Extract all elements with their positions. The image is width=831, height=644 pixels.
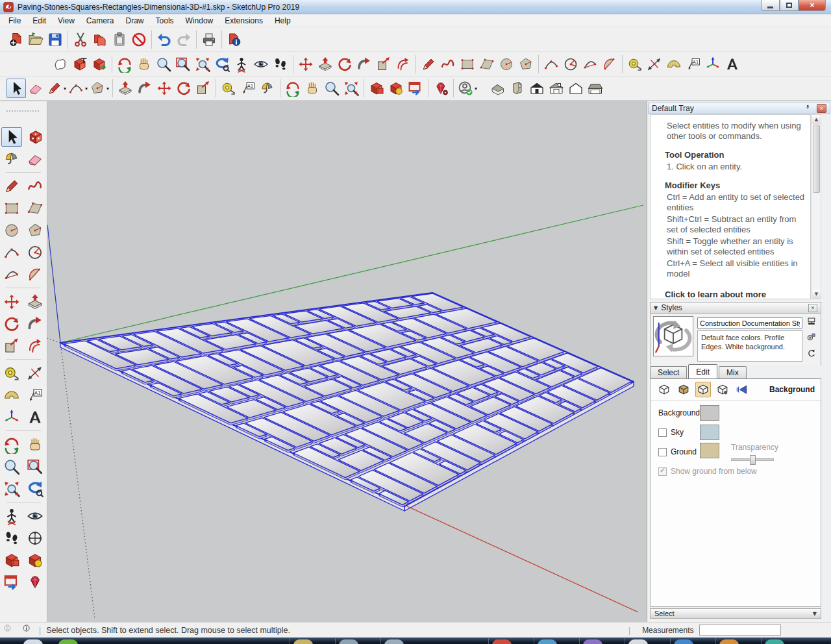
zoom-button[interactable] — [322, 79, 341, 98]
select-button[interactable] — [6, 79, 26, 98]
instructor-learn-more-link[interactable]: Click to learn about more advanced opera… — [665, 289, 806, 299]
zoomwin-button[interactable] — [173, 55, 193, 74]
walk-button[interactable] — [271, 55, 290, 74]
newdoc-button[interactable] — [6, 30, 26, 49]
redo-button[interactable] — [174, 30, 193, 49]
show-ground-checkbox[interactable]: ✓ — [658, 467, 667, 476]
sky-color-swatch[interactable] — [700, 425, 719, 440]
edge-settings-icon[interactable] — [656, 382, 672, 397]
tape-button[interactable] — [625, 55, 645, 74]
measurements-input[interactable] — [699, 625, 781, 636]
walk-button[interactable] — [2, 528, 21, 548]
copy-button[interactable] — [90, 30, 110, 49]
taskbar-item[interactable] — [765, 639, 784, 644]
polygon-button[interactable]: ▾ — [88, 79, 110, 98]
pan-button[interactable] — [134, 55, 154, 74]
house-back-button[interactable] — [566, 79, 586, 98]
arc3-button[interactable] — [580, 55, 600, 74]
pencil-button[interactable] — [2, 177, 21, 196]
menu-camera[interactable]: Camera — [81, 15, 120, 27]
styles-tab-select[interactable]: Select — [650, 366, 687, 378]
pushpull-button[interactable] — [25, 292, 45, 312]
update-style-icon[interactable] — [806, 348, 819, 361]
zoomext-button[interactable] — [341, 79, 361, 98]
followme-button[interactable] — [25, 314, 45, 334]
taskbar-item[interactable] — [492, 639, 512, 644]
styles-tab-edit[interactable]: Edit — [688, 364, 717, 378]
protractor-button[interactable] — [2, 386, 21, 405]
sky-checkbox[interactable] — [658, 428, 667, 437]
pushpull-button[interactable] — [116, 79, 135, 98]
text3d-button[interactable] — [723, 55, 742, 74]
zoomext-button[interactable] — [193, 55, 212, 74]
rotate-button[interactable] — [174, 79, 193, 98]
tray-close-button[interactable]: × — [817, 104, 826, 113]
paint-button[interactable] — [2, 149, 21, 169]
undo-button[interactable] — [155, 30, 174, 49]
ext3-button[interactable] — [2, 573, 21, 592]
sector-button[interactable] — [25, 265, 45, 284]
pushpull-button[interactable] — [316, 55, 335, 74]
paste-button[interactable] — [110, 30, 129, 49]
poscam-button[interactable] — [2, 506, 21, 526]
pan-button[interactable] — [303, 79, 322, 98]
save-button[interactable] — [45, 30, 65, 49]
tape-button[interactable] — [2, 364, 21, 383]
ext2-button[interactable] — [386, 79, 406, 98]
styles-panel-header[interactable]: ▼ Styles × — [650, 302, 821, 314]
rotate-button[interactable] — [335, 55, 354, 74]
modeling-settings-icon[interactable] — [734, 382, 750, 397]
ground-color-swatch[interactable] — [700, 443, 719, 458]
curve-button[interactable] — [51, 55, 70, 74]
menu-edit[interactable]: Edit — [27, 15, 52, 27]
transparency-slider-thumb[interactable] — [750, 455, 756, 465]
ext1-button[interactable] — [2, 551, 21, 570]
move-button[interactable] — [155, 79, 174, 98]
followme-button[interactable] — [354, 55, 374, 74]
viewport-3d[interactable] — [47, 101, 647, 622]
watermark-settings-icon[interactable] — [715, 382, 730, 397]
freehand-button[interactable] — [438, 55, 458, 74]
orbit-button[interactable] — [115, 55, 134, 74]
house-side-button[interactable] — [586, 79, 605, 98]
compass-button[interactable] — [25, 528, 45, 548]
menu-extensions[interactable]: Extensions — [219, 15, 269, 27]
background-color-swatch[interactable] — [700, 405, 719, 421]
zoomext-button[interactable] — [2, 479, 21, 499]
styles-tab-mix[interactable]: Mix — [719, 366, 747, 378]
taskbar-item[interactable] — [58, 639, 78, 644]
freehand-button[interactable] — [25, 177, 45, 196]
scroll-up-icon[interactable]: ▲ — [812, 115, 821, 124]
taskbar-item[interactable] — [583, 639, 602, 644]
credits-info-icon[interactable] — [23, 625, 34, 636]
arc2-button[interactable] — [541, 55, 561, 74]
previous-button[interactable] — [25, 479, 45, 499]
makecomp-button[interactable] — [26, 127, 45, 147]
rotate-button[interactable] — [2, 314, 21, 334]
taskbar-item[interactable] — [23, 639, 43, 644]
taskbar-item[interactable] — [384, 639, 404, 644]
rubygear-button[interactable] — [431, 79, 451, 98]
ground-checkbox[interactable] — [658, 448, 667, 456]
polygon-button[interactable] — [25, 221, 45, 240]
cut-button[interactable] — [71, 30, 90, 49]
orbit-button[interactable] — [2, 435, 21, 454]
text3d-button[interactable] — [25, 408, 45, 427]
ext2-button[interactable] — [25, 551, 45, 570]
pie-button[interactable] — [561, 55, 580, 74]
transparency-slider[interactable] — [731, 458, 774, 461]
scale-button[interactable] — [374, 55, 393, 74]
pan-button[interactable] — [25, 435, 45, 454]
eraser-button[interactable] — [26, 79, 45, 98]
move-button[interactable] — [2, 292, 21, 312]
previous-button[interactable] — [212, 55, 232, 74]
background-settings-icon[interactable] — [695, 382, 711, 397]
signin-button[interactable]: ▾ — [456, 79, 478, 98]
taskbar-item[interactable] — [339, 639, 358, 644]
scale-button[interactable] — [2, 336, 21, 356]
scrollbar-thumb[interactable] — [813, 125, 820, 193]
arc2-button[interactable] — [2, 243, 21, 262]
open-button[interactable] — [26, 30, 45, 49]
close-button[interactable]: × — [799, 0, 826, 11]
arc3-button[interactable] — [2, 265, 21, 284]
